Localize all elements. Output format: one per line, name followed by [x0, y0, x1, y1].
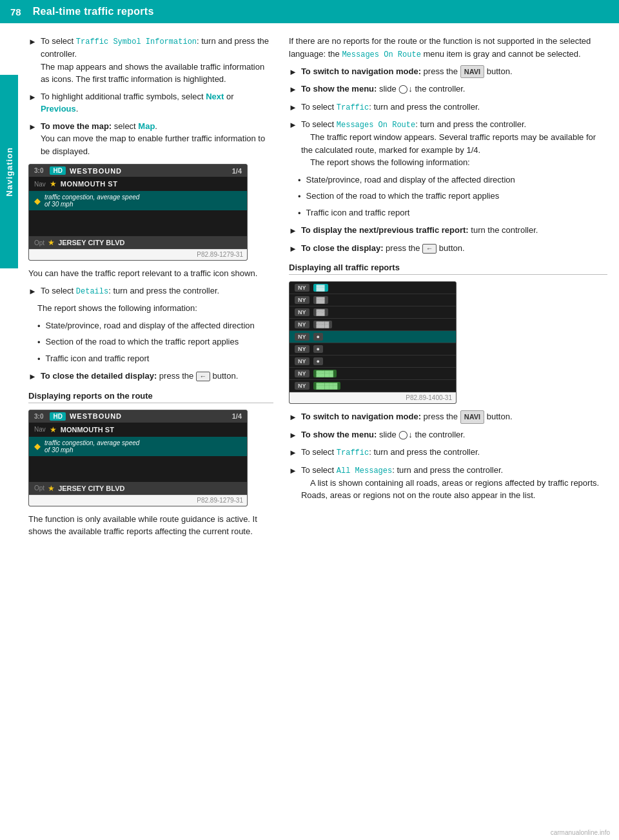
switch-nav-text-1: To switch to navigation mode: press the …	[301, 65, 513, 79]
section-route-title: Displaying reports on the route	[28, 391, 153, 401]
arrow-r-6: ►	[289, 243, 297, 255]
move-map-bold: To move the map:	[41, 121, 112, 131]
sidebar-column: Navigation	[0, 23, 18, 840]
screen2-empty-row	[29, 456, 247, 482]
traffic-mono-1: Traffic	[337, 103, 369, 112]
chip-val-1: ▓▓	[313, 284, 328, 292]
chip-val-6: ●	[313, 345, 323, 353]
sub-r-text-2: Section of the road to which the traffic…	[306, 190, 500, 203]
arrow-r-10: ►	[289, 465, 297, 502]
messages-extra: The traffic report window appears. Sever…	[301, 132, 596, 155]
screen2-bottom-row: Opt ★ JERSEY CITY BLVD	[29, 482, 247, 495]
screen1-caption: P82.89-1279-31	[29, 249, 247, 260]
screen2-star-bottom-icon: ★	[48, 484, 55, 493]
traffic-row-3: NY ▓▓	[290, 306, 456, 319]
watermark: carmanualonline.info	[551, 829, 610, 836]
left-column: ► To select Traffic Symbol Information: …	[28, 35, 273, 828]
page-number: 78	[10, 6, 21, 17]
back-button-icon: ←	[196, 372, 210, 381]
chip-val-5: ●	[313, 333, 323, 341]
bullet-next-prev: ► To highlight additional traffic symbol…	[28, 90, 273, 115]
dot-r-2: •	[298, 190, 301, 203]
chip-val-9: ▓▓▓▓▓	[313, 382, 341, 390]
sub-bullet-text-3: Traffic icon and traffic report	[46, 352, 150, 366]
all-messages-extra: A list is shown containing all roads, ar…	[301, 478, 599, 501]
bullet-move-map: ► To move the map: select Map. You can m…	[28, 120, 273, 158]
bullet-show-menu-1: ► To show the menu: slide ◯↓ the control…	[289, 83, 607, 96]
arrow-icon-4: ►	[28, 285, 37, 298]
sub-bullet-text-2: Section of the road to which the traffic…	[46, 335, 239, 349]
chip-ny-3: NY	[295, 308, 310, 316]
screen2-info-text: traffic congestion, average speedof 30 m…	[44, 439, 139, 454]
screen2-topbar: 3:0 HD WESTBOUND 1/4	[29, 410, 247, 423]
section-all-traffic-heading: Displaying all traffic reports	[289, 263, 607, 275]
sub-r-bullet-2: • Section of the road to which the traff…	[289, 190, 607, 203]
switch-nav-bold-1: To switch to navigation mode:	[301, 66, 421, 76]
chip-ny-6: NY	[295, 345, 310, 353]
para-no-reports: If there are no reports for the route or…	[289, 35, 607, 61]
bullet-text-3: To move the map: select Map. You can mov…	[41, 120, 273, 158]
navi-button-1: NAVI	[460, 65, 484, 79]
show-menu-bold-2: To show the menu:	[301, 430, 377, 439]
screen2-caption: P82.89-1279-31	[29, 495, 247, 506]
dot-icon-2: •	[28, 336, 41, 349]
switch-nav-bold-2: To switch to navigation mode:	[301, 412, 421, 421]
show-menu-text-2: To show the menu: slide ◯↓ the controlle…	[301, 428, 466, 442]
close-display-bold: To close the display:	[301, 243, 384, 253]
navi-button-2: NAVI	[460, 410, 484, 424]
arrow-r-7: ►	[289, 411, 297, 424]
sub-r-text-3: Traffic icon and traffic report	[306, 206, 410, 220]
all-messages-mono: All Messages	[337, 466, 392, 475]
para-traffic-report: You can have the traffic report relevant…	[28, 267, 273, 280]
screen-2: 3:0 HD WESTBOUND 1/4 Nav ★ MONMOUTH ST ◆…	[28, 410, 248, 506]
messages-on-route-mono: Messages On Route	[342, 50, 420, 59]
bullet-switch-nav-2: ► To switch to navigation mode: press th…	[289, 410, 607, 424]
select-traffic-text-1: To select Traffic: turn and press the co…	[301, 101, 480, 114]
screen1-topbar: 3:0 HD WESTBOUND 1/4	[29, 165, 247, 177]
bullet-details-text: To select Details: turn and press the co…	[41, 285, 219, 298]
bullet-all-messages: ► To select All Messages: turn and press…	[289, 464, 607, 502]
screen2-diamond-icon: ◆	[34, 441, 41, 451]
chip-val-2: ▓▓	[313, 296, 328, 304]
report-shows: The report shows the following informati…	[28, 302, 273, 315]
arrow-r-2: ►	[289, 83, 297, 96]
chip-ny-7: NY	[295, 357, 310, 365]
screen1-diamond-icon: ◆	[34, 196, 41, 206]
bullet-details: ► To select Details: turn and press the …	[28, 285, 273, 298]
sub-bullet-text-1: State/province, road and display of the …	[46, 319, 255, 333]
screen2-nav-row: Nav ★ MONMOUTH ST	[29, 423, 247, 437]
chip-val-4: ▓▓▓	[313, 321, 333, 328]
next-label: Next	[206, 92, 224, 101]
select-traffic-text-2: To select Traffic: turn and press the co…	[301, 446, 480, 459]
screen2-street: MONMOUTH ST	[61, 426, 114, 434]
arrow-icon-3: ►	[28, 121, 37, 158]
screen1-time: 3:0	[34, 167, 43, 174]
bullet-select-messages: ► To select Messages On Route: turn and …	[289, 118, 607, 169]
screen1-count: 1/4	[232, 167, 242, 175]
screen2-time: 3:0	[34, 413, 43, 420]
screen2-count: 1/4	[232, 412, 242, 420]
sidebar-tab: Navigation	[0, 75, 18, 268]
chip-val-3: ▓▓	[313, 308, 328, 316]
all-traffic-screen: NY ▓▓ NY ▓▓ NY ▓▓ NY ▓▓▓ NY ●	[289, 281, 457, 404]
chip-ny-2: NY	[295, 296, 310, 304]
bullet-text-2: To highlight additional traffic symbols,…	[41, 90, 273, 115]
para-route-description: The function is only available while rou…	[28, 513, 273, 538]
chip-ny-5: NY	[295, 333, 310, 341]
details-mono: Details	[76, 287, 108, 296]
header-bar: 78 Real-time traffic reports	[0, 0, 619, 23]
back-button-icon-2: ←	[422, 244, 437, 254]
dot-r-1: •	[298, 174, 301, 187]
traffic-row-2: NY ▓▓	[290, 294, 456, 306]
arrow-r-4: ►	[289, 119, 297, 169]
traffic-row-1: NY ▓▓	[290, 282, 456, 294]
messages-mono: Messages On Route	[337, 121, 415, 130]
traffic-row-9: NY ▓▓▓▓▓	[290, 380, 456, 392]
select-messages-text: To select Messages On Route: turn and pr…	[301, 118, 607, 169]
sidebar-label: Navigation	[5, 147, 14, 196]
screen1-opt-label: Opt	[34, 239, 44, 246]
screen1-street: MONMOUTH ST	[61, 180, 118, 188]
arrow-icon-2: ►	[28, 91, 37, 115]
screen2-topbar-left: 3:0 HD WESTBOUND	[34, 412, 122, 421]
screen1-info-row: ◆ traffic congestion, average speedof 30…	[29, 191, 247, 210]
